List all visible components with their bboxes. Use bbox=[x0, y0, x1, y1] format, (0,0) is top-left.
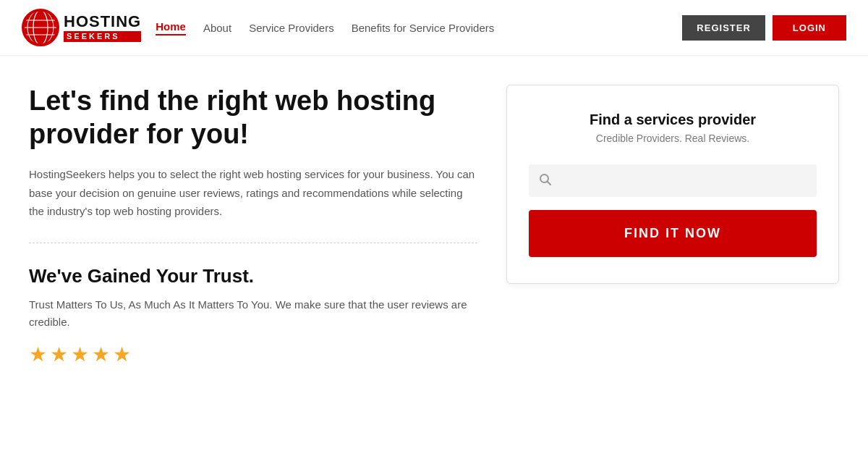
trust-title: We've Gained Your Trust. bbox=[29, 265, 477, 287]
login-button[interactable]: LOGIN bbox=[773, 15, 846, 41]
star-1: ★ bbox=[29, 342, 47, 366]
globe-icon bbox=[22, 9, 59, 46]
navbar: HOSTING SEEKERS Home About Service Provi… bbox=[0, 0, 868, 56]
nav-home[interactable]: Home bbox=[156, 20, 186, 35]
logo[interactable]: HOSTING SEEKERS bbox=[22, 9, 141, 46]
brand-seekers: SEEKERS bbox=[64, 31, 141, 42]
search-input[interactable] bbox=[529, 164, 817, 197]
nav-actions: REGISTER LOGIN bbox=[682, 15, 846, 41]
star-rating: ★ ★ ★ ★ ★ bbox=[29, 342, 477, 366]
card-subtitle: Credible Providers. Real Reviews. bbox=[529, 133, 817, 144]
brand-hosting: HOSTING bbox=[64, 14, 141, 30]
hero-description: HostingSeekers helps you to select the r… bbox=[29, 165, 477, 221]
star-4: ★ bbox=[92, 342, 110, 366]
search-icon bbox=[539, 173, 552, 189]
star-5: ★ bbox=[113, 342, 131, 366]
svg-line-9 bbox=[548, 181, 551, 185]
find-it-now-button[interactable]: FIND IT NOW bbox=[529, 210, 817, 257]
star-3: ★ bbox=[71, 342, 89, 366]
nav-about[interactable]: About bbox=[203, 22, 231, 34]
hero-title: Let's find the right web hosting provide… bbox=[29, 85, 477, 151]
trust-description: Trust Matters To Us, As Much As It Matte… bbox=[29, 296, 477, 331]
nav-service-providers[interactable]: Service Providers bbox=[249, 22, 334, 34]
search-card: Find a services provider Credible Provid… bbox=[506, 85, 839, 284]
nav-links: Home About Service Providers Benefits fo… bbox=[156, 20, 682, 35]
left-column: Let's find the right web hosting provide… bbox=[29, 85, 477, 366]
card-title: Find a services provider bbox=[529, 112, 817, 128]
star-2: ★ bbox=[50, 342, 68, 366]
nav-benefits[interactable]: Benefits for Service Providers bbox=[352, 22, 495, 34]
right-column: Find a services provider Credible Provid… bbox=[506, 85, 839, 366]
register-button[interactable]: REGISTER bbox=[682, 15, 765, 41]
divider bbox=[29, 243, 477, 243]
search-input-wrapper bbox=[529, 164, 817, 197]
main-content: Let's find the right web hosting provide… bbox=[7, 56, 861, 388]
